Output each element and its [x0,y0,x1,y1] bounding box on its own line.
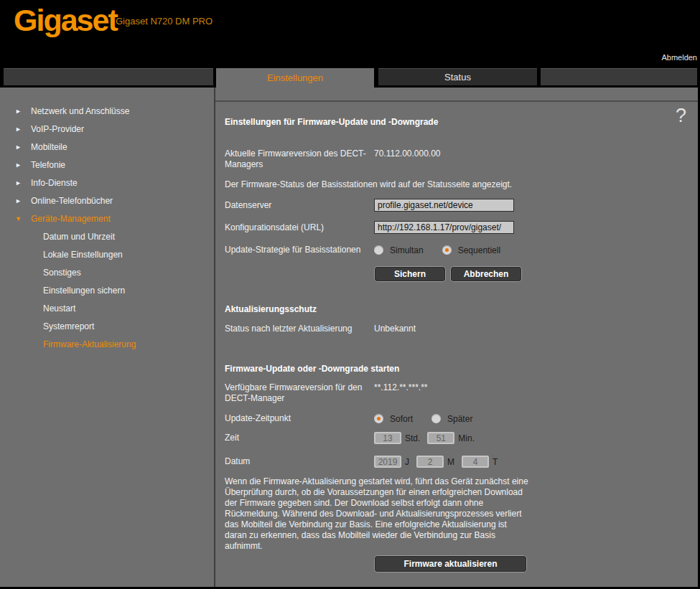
update-strategy-row: Update-Strategie für Basisstationen Simu… [225,245,688,255]
sidebar-subitem-label: Systemreport [43,321,94,331]
chevron-down-icon: ▼ [15,215,24,222]
month-unit-label: M [447,457,454,467]
sidebar-subitem-firmware-aktualisierung[interactable]: Firmware-Aktualisierung [0,335,214,353]
sidebar-item-label: VoIP-Provider [31,124,84,134]
update-info-text: Wenn die Firmware-Aktualisierung gestart… [225,476,529,552]
logout-link[interactable]: Abmelden [661,53,697,62]
day-input[interactable] [462,456,489,468]
content-panel: ? Einstellungen für Firmware-Update und … [215,100,698,587]
data-server-input[interactable] [374,199,514,212]
sidebar-item-telefonie[interactable]: ► Telefonie [0,156,214,174]
update-timepoint-row: Update-Zeitpunkt Sofort Später [225,413,688,424]
firmware-update-button-row: Firmware aktualisieren [374,555,688,572]
sidebar-item-label: Netzwerk und Anschlüsse [31,106,129,116]
radio-simultan-label: Simultan [390,245,424,255]
sidebar-nav: ► Netzwerk und Anschlüsse ► VoIP-Provide… [0,88,215,587]
sidebar-subitem-label: Neustart [43,303,75,314]
available-firmware-label: Verfügbare Firmwareversion für den DECT-… [225,382,374,404]
sidebar-subitem-label: Sonstiges [43,268,81,278]
tab-status[interactable]: Status [378,68,537,85]
sidebar-subitem-sonstiges[interactable]: Sonstiges [0,263,214,281]
current-firmware-label: Aktuelle Firmwareversion des DECT-Manage… [225,149,374,170]
sidebar-subitem-einstellungen-sichern[interactable]: Einstellungen sichern [0,281,214,299]
date-row: Datum J M T [225,456,688,468]
chevron-right-icon: ► [15,143,24,151]
year-input[interactable] [374,456,401,468]
chevron-right-icon: ► [15,161,24,169]
sidebar-item-label: Telefonie [31,160,65,170]
sidebar-subitem-lokale-einstellungen[interactable]: Lokale Einstellungen [0,245,214,263]
radio-spaeter-label: Später [447,414,472,424]
sidebar-item-geraete-management[interactable]: ▼ Geräte-Management [0,209,214,227]
firmware-status-note: Der Firmware-Status der Basisstationen w… [225,179,688,190]
tab-einstellungen[interactable]: Einstellungen [216,68,374,88]
config-file-url-input[interactable] [374,221,514,234]
config-file-row: Konfigurationsdatei (URL) [225,221,688,234]
time-label: Zeit [225,433,374,443]
section-title-update-protection: Aktualisierungsschutz [225,304,688,314]
tab-filler-left [4,68,213,85]
data-server-label: Datenserver [225,200,374,211]
sidebar-subitem-datum-und-uhrzeit[interactable]: Datum und Uhrzeit [0,227,214,245]
sidebar-item-netzwerk[interactable]: ► Netzwerk und Anschlüsse [0,102,214,120]
chevron-right-icon: ► [15,197,24,204]
radio-sofort-label: Sofort [390,414,413,424]
section-title-start-update: Firmware-Update oder -Downgrade starten [225,364,688,374]
sidebar-item-mobilteile[interactable]: ► Mobilteile [0,138,214,156]
update-status-value: Unbekannt [374,324,416,334]
main-column: ? Einstellungen für Firmware-Update und … [215,88,698,587]
chevron-right-icon: ► [15,126,24,133]
save-button[interactable]: Sichern [374,266,446,282]
chevron-right-icon: ► [15,179,24,187]
update-timepoint-label: Update-Zeitpunkt [225,413,374,424]
cancel-button[interactable]: Abbrechen [450,266,522,282]
available-firmware-row: Verfügbare Firmwareversion für den DECT-… [225,382,688,404]
radio-simultan[interactable] [374,245,383,255]
help-icon[interactable]: ? [676,105,686,127]
page: Gigaset Gigaset N720 DM PRO Abmelden Ein… [0,0,700,589]
body: ► Netzwerk und Anschlüsse ► VoIP-Provide… [0,88,698,587]
month-input[interactable] [416,456,444,468]
current-firmware-value: 70.112.00.000.00 [374,149,441,159]
sidebar-item-label: Geräte-Management [31,214,111,224]
available-firmware-value: **.112.**.***.** [374,382,428,393]
tab-filler-right [541,68,697,85]
minute-input[interactable] [427,432,454,444]
radio-sequentiell[interactable] [442,245,452,255]
sidebar-item-info-dienste[interactable]: ► Info-Dienste [0,174,214,192]
gigaset-logo: Gigaset [14,3,117,38]
sidebar-subitem-label: Einstellungen sichern [43,286,125,296]
sidebar-item-label: Info-Dienste [31,178,78,188]
header: Gigaset Gigaset N720 DM PRO Abmelden [0,0,700,68]
sidebar-item-label: Mobilteile [31,142,67,152]
sidebar-subitem-label: Datum und Uhrzeit [43,232,115,242]
tab-bar: Einstellungen Status [0,68,700,88]
config-file-label: Konfigurationsdatei (URL) [225,222,374,233]
sidebar-item-online-telefonbuecher[interactable]: ► Online-Telefonbücher [0,192,214,209]
hour-input[interactable] [374,432,401,444]
save-cancel-row: Sichern Abbrechen [374,266,688,282]
product-name: Gigaset N720 DM PRO [116,16,213,27]
hour-unit-label: Std. [405,433,420,443]
radio-spaeter[interactable] [431,414,441,423]
radio-sequentiell-label: Sequentiell [458,245,500,255]
date-label: Datum [225,456,374,467]
update-status-label: Status nach letzter Aktualisierung [225,324,374,334]
sidebar-subitem-systemreport[interactable]: Systemreport [0,317,214,335]
section-title-firmware-settings: Einstellungen für Firmware-Update und -D… [225,117,688,127]
sidebar-item-label: Online-Telefonbücher [31,196,113,206]
day-unit-label: T [493,457,498,467]
sidebar-item-voip-provider[interactable]: ► VoIP-Provider [0,120,214,138]
sidebar-subitem-neustart[interactable]: Neustart [0,299,214,317]
time-row: Zeit Std. Min. [225,432,688,444]
update-strategy-label: Update-Strategie für Basisstationen [225,245,374,255]
sidebar-subitem-label: Firmware-Aktualisierung [43,339,136,349]
sidebar-subitem-label: Lokale Einstellungen [43,250,123,260]
firmware-update-button[interactable]: Firmware aktualisieren [374,555,527,572]
year-unit-label: J [405,457,409,467]
radio-sofort[interactable] [374,414,383,423]
data-server-row: Datenserver [225,199,688,212]
update-status-row: Status nach letzter Aktualisierung Unbek… [225,324,688,334]
minute-unit-label: Min. [458,433,475,443]
current-firmware-row: Aktuelle Firmwareversion des DECT-Manage… [225,149,688,170]
